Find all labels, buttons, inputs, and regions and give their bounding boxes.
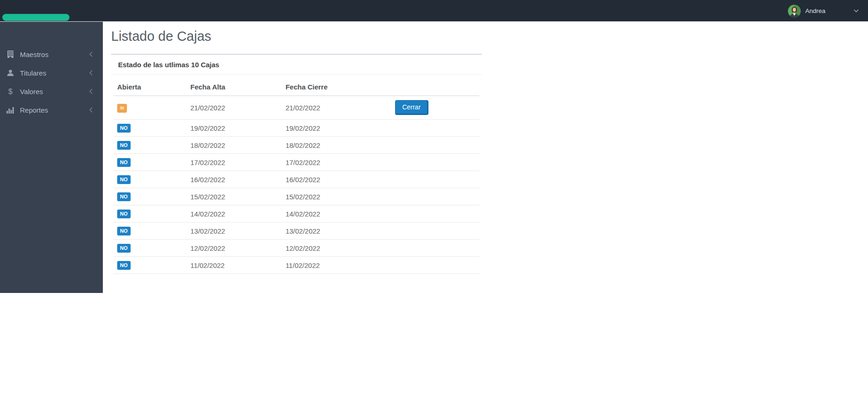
fecha-alta-cell: 18/02/2022 [187, 137, 282, 154]
chevron-left-icon [89, 51, 93, 57]
fecha-alta-cell: 17/02/2022 [187, 154, 282, 171]
fecha-cierre-cell: 18/02/2022 [282, 137, 391, 154]
bar-chart-icon [6, 107, 15, 114]
table-row: NO 12/02/2022 12/02/2022 [113, 240, 479, 257]
fecha-cierre-cell: 15/02/2022 [282, 188, 391, 205]
status-badge: NO [117, 192, 131, 201]
fecha-alta-cell: 21/02/2022 [187, 96, 282, 120]
col-header-actions [391, 78, 479, 96]
avatar-image [788, 5, 801, 18]
sidebar-item-reportes[interactable]: Reportes [0, 101, 103, 119]
sidebar-item-label: Valores [20, 88, 89, 95]
box-body: Abierta Fecha Alta Fecha Cierre SI 21/02… [111, 75, 482, 276]
user-name: Andrea [805, 7, 825, 14]
fecha-alta-cell: 11/02/2022 [187, 257, 282, 274]
fecha-alta-cell: 19/02/2022 [187, 120, 282, 137]
building-icon [6, 51, 15, 58]
dollar-icon: $ [6, 88, 15, 95]
table-row: NO 19/02/2022 19/02/2022 [113, 120, 479, 137]
brand-logo[interactable] [2, 14, 69, 21]
box-header-title: Estado de las utlimas 10 Cajas [111, 55, 482, 75]
sidebar-item-label: Reportes [20, 106, 89, 114]
sidebar-item-label: Maestros [20, 51, 89, 58]
sidebar-item-maestros[interactable]: Maestros [0, 45, 103, 64]
status-badge: NO [117, 175, 131, 184]
sidebar-item-valores[interactable]: $ Valores [0, 82, 103, 101]
chevron-left-icon [89, 70, 93, 76]
page-title: Listado de Cajas [111, 29, 868, 44]
fecha-cierre-cell: 17/02/2022 [282, 154, 391, 171]
status-badge: NO [117, 244, 131, 253]
status-badge: NO [117, 124, 131, 133]
chevron-down-icon [854, 9, 859, 13]
table-row: NO 15/02/2022 15/02/2022 [113, 188, 479, 205]
user-icon [6, 70, 15, 76]
cajas-box: Estado de las utlimas 10 Cajas Abierta F… [111, 54, 482, 276]
status-badge: NO [117, 261, 131, 270]
main-content: Listado de Cajas Estado de las utlimas 1… [103, 22, 868, 407]
fecha-cierre-cell: 14/02/2022 [282, 205, 391, 223]
fecha-alta-cell: 14/02/2022 [187, 205, 282, 223]
table-row: NO 16/02/2022 16/02/2022 [113, 171, 479, 188]
fecha-cierre-cell: 13/02/2022 [282, 223, 391, 240]
table-row: NO 14/02/2022 14/02/2022 [113, 205, 479, 223]
cajas-table: Abierta Fecha Alta Fecha Cierre SI 21/02… [113, 78, 479, 274]
sidebar-menu: Maestros Titulares $ Val [0, 22, 103, 119]
sidebar: Maestros Titulares $ Val [0, 22, 103, 293]
fecha-cierre-cell: 16/02/2022 [282, 171, 391, 188]
fecha-alta-cell: 13/02/2022 [187, 223, 282, 240]
chevron-left-icon [89, 107, 93, 113]
user-avatar [788, 5, 801, 18]
col-header-abierta: Abierta [113, 78, 187, 96]
fecha-cierre-cell: 11/02/2022 [282, 257, 391, 274]
table-row: NO 17/02/2022 17/02/2022 [113, 154, 479, 171]
fecha-cierre-cell: 21/02/2022 [282, 96, 391, 120]
fecha-alta-cell: 15/02/2022 [187, 188, 282, 205]
top-navbar: Andrea [0, 0, 868, 22]
fecha-alta-cell: 12/02/2022 [187, 240, 282, 257]
chevron-left-icon [89, 89, 93, 94]
status-badge: NO [117, 227, 131, 235]
table-header-row: Abierta Fecha Alta Fecha Cierre [113, 78, 479, 96]
table-row: NO 11/02/2022 11/02/2022 [113, 257, 479, 274]
cerrar-button[interactable]: Cerrar [395, 100, 428, 115]
col-header-fecha-cierre: Fecha Cierre [282, 78, 391, 96]
svg-text:$: $ [8, 88, 13, 95]
status-badge: NO [117, 210, 131, 218]
table-row: NO 13/02/2022 13/02/2022 [113, 223, 479, 240]
user-menu[interactable]: Andrea [785, 0, 862, 22]
status-badge: NO [117, 141, 131, 150]
fecha-cierre-cell: 12/02/2022 [282, 240, 391, 257]
status-badge: NO [117, 158, 131, 167]
sidebar-item-titulares[interactable]: Titulares [0, 64, 103, 82]
col-header-fecha-alta: Fecha Alta [187, 78, 282, 96]
fecha-alta-cell: 16/02/2022 [187, 171, 282, 188]
status-badge: SI [117, 104, 127, 113]
sidebar-item-label: Titulares [20, 69, 89, 77]
table-row: SI 21/02/2022 21/02/2022 Cerrar [113, 96, 479, 120]
fecha-cierre-cell: 19/02/2022 [282, 120, 391, 137]
table-row: NO 18/02/2022 18/02/2022 [113, 137, 479, 154]
